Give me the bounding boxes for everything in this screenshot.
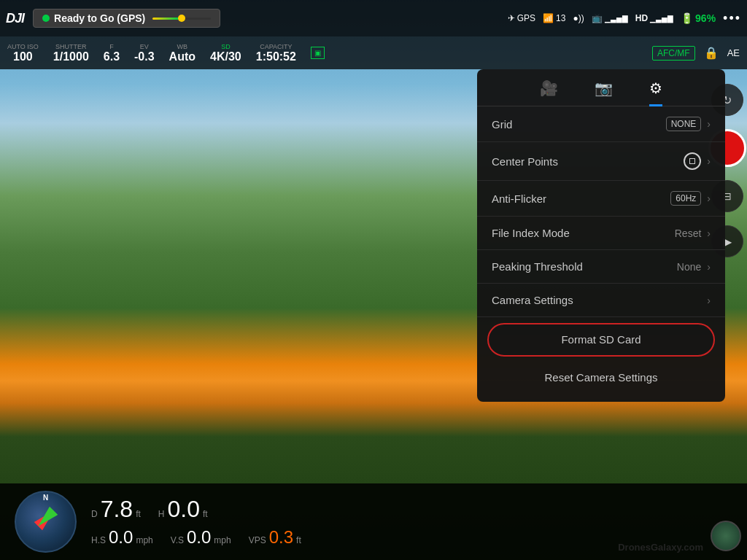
capacity-value: 1:50:52 [256,50,296,63]
res-param: SD 4K/30 [210,43,241,63]
vertical-speed-item: V.S 0.0 mph [171,527,231,548]
center-points-label: Center Points [492,155,558,168]
hs-value: 0.0 [109,527,133,548]
audio-icon: ●)) [573,13,584,23]
peaking-threshold-value-area: None › [677,261,711,273]
chevron-right-icon: › [707,228,711,239]
file-index-label: File Index Mode [492,227,570,239]
video-icon: 📺 [592,13,603,23]
iso-value: 100 [13,50,33,63]
vs-unit: mph [214,535,231,545]
file-index-setting-row[interactable]: File Index Mode Reset › [477,217,725,250]
peaking-threshold-value: None [677,261,701,273]
video-signal: 📺 ▁▃▅▇ [592,13,628,23]
distance-item: D 7.8 ft [91,496,141,523]
afc-mf-indicator[interactable]: AFC/MF [652,46,695,61]
vs-label: V.S [171,535,184,545]
bottom-telemetry-bar: N D 7.8 ft H 0.0 ft H.S 0.0 mph V.S [0,483,747,560]
settings-panel: 🎥 📷 ⚙ Grid NONE › Center Points › Anti-F… [477,69,725,402]
center-points-value-area: › [684,152,711,170]
more-button[interactable]: ••• [723,11,741,26]
mini-map[interactable] [711,521,741,551]
flight-status: Ready to Go (GPS) [33,9,220,28]
hd-bars: ▁▃▅▇ [650,15,673,23]
res-value: 4K/30 [210,50,241,63]
tab-photo[interactable]: 📷 [595,79,613,106]
vps-item: VPS 0.3 ft [249,527,301,548]
anti-flicker-value-area: 60Hz › [670,191,711,206]
battery-status: 🔋 96% [681,12,716,24]
height-label: H [158,509,165,519]
lock-icon: 🔒 [704,46,719,60]
tab-video[interactable]: 🎥 [540,79,558,106]
height-value: 0.0 [168,496,200,523]
video-camera-icon: 🎥 [540,80,558,96]
height-item: H 0.0 ft [158,496,208,523]
distance-unit: ft [136,509,141,519]
aperture-value: 6.3 [104,50,120,63]
vps-value: 0.3 [269,527,293,548]
aperture-param: F 6.3 [104,43,120,63]
tab-settings[interactable]: ⚙ [649,79,662,106]
aperture-label: F [109,43,114,50]
gps-icon: ✈ [508,13,515,23]
vps-label: VPS [249,535,266,545]
wb-value: Auto [169,50,196,63]
ae-label: AE [727,47,740,58]
compass-north-label: N [43,494,48,502]
battery-icon: 🔋 [681,12,693,24]
wb-param: WB Auto [169,43,196,63]
status-text: Ready to Go (GPS) [54,12,145,24]
grid-badge: NONE [666,117,702,131]
camera-settings-label: Camera Settings [492,294,573,306]
reset-settings-label: Reset Camera Settings [544,371,657,384]
gear-icon: ⚙ [649,80,662,96]
top-status-bar: DJI Ready to Go (GPS) ✈ GPS 📶 13 ●)) 📺 ▁… [0,0,747,36]
sd-icon-indicator: ▣ [311,47,325,59]
battery-percent: 96% [695,12,716,24]
grid-label: Grid [492,118,512,131]
capacity-param: CAPACITY 1:50:52 [256,43,296,63]
shutter-label: SHUTTER [55,43,87,50]
status-dot [42,15,50,22]
center-points-setting-row[interactable]: Center Points › [477,142,725,181]
compass: N [15,491,77,553]
ev-value: -0.3 [134,50,155,63]
iso-param: Auto ISO 100 [7,43,39,63]
peaking-threshold-setting-row[interactable]: Peaking Threshold None › [477,250,725,284]
ev-param: EV -0.3 [134,43,155,63]
right-params: AFC/MF 🔒 AE [652,46,740,61]
grid-setting-row[interactable]: Grid NONE › [477,106,725,142]
iso-label: Auto ISO [7,43,39,50]
capacity-label: CAPACITY [260,43,292,50]
chevron-right-icon: › [707,295,711,306]
res-label: SD [221,43,231,50]
peaking-threshold-label: Peaking Threshold [492,260,583,273]
hd-status: HD ▁▃▅▇ [635,13,673,23]
telemetry-values: D 7.8 ft H 0.0 ft H.S 0.0 mph V.S 0.0 mp… [91,496,301,548]
hs-unit: mph [136,535,152,545]
gps-status: ✈ GPS [508,13,535,23]
signal-value: 13 [556,13,565,23]
video-bars: ▁▃▅▇ [605,15,628,23]
vps-unit: ft [296,535,301,545]
hs-label: H.S [91,535,106,545]
signal-status: 📶 13 [543,13,565,23]
signal-icon: 📶 [543,13,554,23]
grid-value-area: NONE › [666,117,711,131]
camera-icon: 📷 [595,80,613,96]
chevron-right-icon: › [707,155,711,167]
anti-flicker-setting-row[interactable]: Anti-Flicker 60Hz › [477,181,725,217]
shutter-param: SHUTTER 1/1000 [53,43,89,63]
vs-value: 0.0 [187,527,211,548]
file-index-value: Reset [675,228,702,239]
horizontal-speed-item: H.S 0.0 mph [91,527,153,548]
top-right-status: ✈ GPS 📶 13 ●)) 📺 ▁▃▅▇ HD ▁▃▅▇ 🔋 96% ••• [508,11,741,26]
format-sd-button[interactable]: Format SD Card [487,323,715,357]
camera-params-bar: Auto ISO 100 SHUTTER 1/1000 F 6.3 EV -0.… [0,36,747,69]
camera-settings-row[interactable]: Camera Settings › [477,284,725,317]
audio-status: ●)) [573,13,584,23]
telemetry-row-1: D 7.8 ft H 0.0 ft [91,496,301,523]
reset-settings-button[interactable]: Reset Camera Settings [487,362,715,393]
distance-label: D [91,509,98,519]
